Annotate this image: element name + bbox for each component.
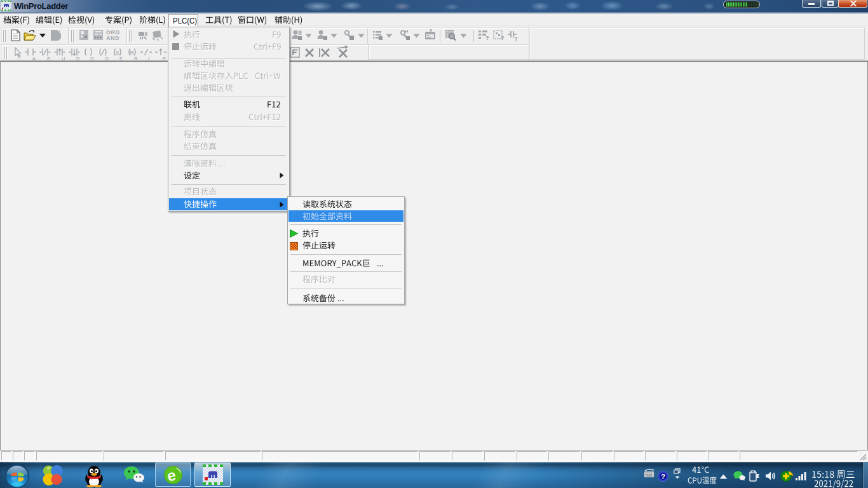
svg-text:B: B	[47, 56, 50, 61]
svg-text:I: I	[148, 56, 149, 61]
svg-text:R: R	[134, 56, 138, 61]
svg-text:R: R	[130, 50, 135, 56]
svg-text:?: ?	[501, 35, 505, 41]
svg-text:S: S	[18, 54, 21, 59]
svg-text:O: O	[90, 56, 94, 61]
svg-text:S: S	[116, 50, 119, 56]
svg-text:?: ?	[485, 35, 489, 41]
svg-text:A: A	[32, 56, 36, 61]
svg-text:?: ?	[661, 473, 665, 480]
svg-text:U: U	[62, 56, 65, 61]
svg-text:Q: Q	[105, 56, 109, 61]
svg-text:?: ?	[514, 36, 518, 41]
svg-text:D: D	[76, 56, 80, 61]
svg-text:P: P	[163, 56, 166, 61]
svg-text:E: E	[119, 56, 123, 61]
